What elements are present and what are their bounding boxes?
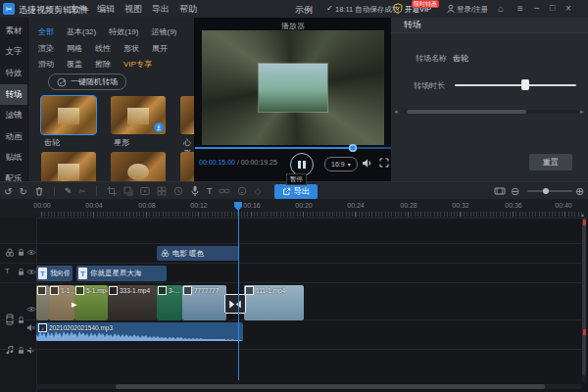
- video-clip[interactable]: 3-...: [157, 285, 182, 320]
- menu-export[interactable]: 导出: [147, 3, 174, 16]
- home-icon[interactable]: ⌂: [498, 3, 504, 14]
- tab-all[interactable]: 全部: [38, 26, 54, 37]
- sidebar-item-filters[interactable]: 滤镜: [0, 105, 27, 125]
- audio-track-volume-icon[interactable]: [26, 346, 35, 355]
- video-clip[interactable]: [36, 285, 49, 320]
- sidebar-item-media[interactable]: 素材: [0, 21, 27, 41]
- transition-item-star[interactable]: [111, 96, 166, 134]
- zoom-in-icon[interactable]: ⊕: [575, 185, 584, 198]
- aspect-ratio-selector[interactable]: 16:9 ▾: [324, 157, 358, 172]
- text-track-lock-icon[interactable]: [17, 268, 25, 276]
- scroll-up-icon[interactable]: ▴: [581, 211, 584, 218]
- reset-button[interactable]: 重置: [529, 154, 572, 171]
- text-to-speech-icon[interactable]: T: [207, 186, 213, 196]
- tab-wipe[interactable]: 擦除: [95, 59, 111, 70]
- login-register-link[interactable]: 登录/注册: [457, 5, 488, 15]
- duration-slider-handle[interactable]: [521, 79, 529, 90]
- tab-grid[interactable]: 网格: [67, 43, 82, 54]
- video-clip[interactable]: 111-1.mp4: [244, 285, 304, 320]
- mosaic-icon[interactable]: [157, 186, 167, 196]
- record-voice-icon[interactable]: [190, 185, 200, 197]
- transition-item-heart[interactable]: [180, 96, 194, 134]
- transition-item[interactable]: [180, 152, 194, 181]
- scroll-left-icon[interactable]: ◂: [394, 108, 398, 116]
- video-clip[interactable]: 333-1.mp4: [108, 285, 157, 320]
- tab-linear[interactable]: 线性: [95, 43, 111, 54]
- audio-track-lock-icon[interactable]: [17, 346, 25, 355]
- filter-track-lock-icon[interactable]: [17, 248, 25, 257]
- fit-timeline-icon[interactable]: [494, 186, 506, 196]
- close-button[interactable]: ×: [565, 3, 571, 14]
- clip-type-icon: [109, 286, 118, 295]
- sidebar-item-effects[interactable]: 特效: [0, 63, 27, 83]
- ruler-label: 00:28: [394, 202, 423, 209]
- sidebar-item-stickers[interactable]: 贴纸: [0, 147, 27, 168]
- edit-icon[interactable]: ✎: [65, 186, 73, 196]
- hamburger-menu-icon[interactable]: ≡: [517, 3, 523, 14]
- menu-file[interactable]: 文件: [65, 3, 92, 16]
- zoom-out-icon[interactable]: ⊖: [511, 185, 519, 198]
- video-clip[interactable]: 7777777: [182, 285, 226, 320]
- sidebar-item-transitions[interactable]: 转场: [0, 84, 27, 105]
- inspector-header: 转场: [391, 18, 588, 33]
- sidebar-item-animation[interactable]: 动画: [0, 126, 27, 147]
- tab-basic[interactable]: 基本(32): [67, 26, 96, 37]
- fullscreen-icon[interactable]: [379, 158, 389, 168]
- timeline-zoom-handle[interactable]: [543, 188, 549, 194]
- keyframe-icon[interactable]: ◇: [254, 186, 261, 196]
- tab-slide[interactable]: 滑动: [38, 59, 54, 70]
- link-icon[interactable]: [219, 187, 230, 195]
- sticker-icon[interactable]: [237, 186, 247, 196]
- split-icon[interactable]: ✂: [78, 186, 86, 196]
- vertical-scrollbar-thumb[interactable]: [582, 219, 586, 375]
- video-clip[interactable]: 5-1.mp4: [74, 285, 108, 320]
- menu-help[interactable]: 帮助: [174, 3, 202, 16]
- transition-indicator[interactable]: [224, 294, 246, 314]
- duration-slider-track[interactable]: [455, 84, 576, 86]
- menu-edit[interactable]: 编辑: [92, 3, 120, 16]
- playhead-line[interactable]: [238, 202, 239, 380]
- filter-clip[interactable]: 电影 暖色: [157, 246, 239, 261]
- volume-icon[interactable]: [362, 158, 372, 169]
- audio-clip[interactable]: ♪ 20210202021540.mp3: [36, 322, 243, 341]
- ruler-ticks: [41, 212, 582, 217]
- text-track-visibility-icon[interactable]: [26, 269, 36, 275]
- video-track-visibility-icon[interactable]: [26, 306, 36, 313]
- transition-item-gear[interactable]: [41, 96, 96, 134]
- inspector-scrollbar-thumb[interactable]: [407, 110, 526, 114]
- undo-icon[interactable]: ↺: [4, 186, 12, 197]
- tab-camera[interactable]: 运镜(9): [151, 26, 176, 37]
- delete-icon[interactable]: [34, 186, 44, 196]
- maximize-button[interactable]: □: [550, 3, 555, 13]
- export-button[interactable]: 导出: [274, 184, 318, 199]
- scroll-right-icon[interactable]: ▸: [580, 108, 584, 116]
- crop-icon[interactable]: [107, 186, 117, 196]
- transition-preview: [58, 108, 79, 125]
- text-clip[interactable]: T 你就是星辰大海: [76, 266, 167, 281]
- tab-expand[interactable]: 展开: [152, 43, 168, 54]
- speed-icon[interactable]: [140, 186, 150, 196]
- transition-item[interactable]: [41, 152, 96, 181]
- tab-shape[interactable]: 形状: [123, 43, 139, 54]
- transition-item[interactable]: [111, 152, 166, 181]
- tab-vip-exclusive[interactable]: VIP专享: [123, 59, 152, 70]
- tab-render[interactable]: 渲染: [38, 43, 54, 54]
- video-track-mute-icon[interactable]: [26, 323, 35, 332]
- text-clip[interactable]: T 我向你..: [36, 266, 73, 281]
- export-icon: [282, 187, 291, 196]
- menu-view[interactable]: 视图: [120, 3, 147, 16]
- minimize-button[interactable]: −: [534, 3, 540, 14]
- tab-special[interactable]: 特效(19): [109, 26, 138, 37]
- filter-track-visibility-icon[interactable]: [26, 249, 36, 256]
- horizontal-scrollbar-thumb[interactable]: [116, 384, 545, 389]
- duration-icon[interactable]: [173, 186, 183, 196]
- redo-icon[interactable]: ↻: [19, 186, 26, 197]
- video-preview-center-frame: [259, 64, 328, 112]
- red-marker: [583, 220, 586, 225]
- copy-icon[interactable]: [123, 186, 133, 196]
- random-transition-button[interactable]: 一键随机转场: [48, 74, 126, 90]
- timeline-zoom-slider[interactable]: [527, 190, 572, 192]
- tab-cover[interactable]: 覆盖: [67, 59, 82, 70]
- playback-progress-handle[interactable]: [349, 144, 357, 152]
- sidebar-item-text[interactable]: 文字: [0, 41, 27, 62]
